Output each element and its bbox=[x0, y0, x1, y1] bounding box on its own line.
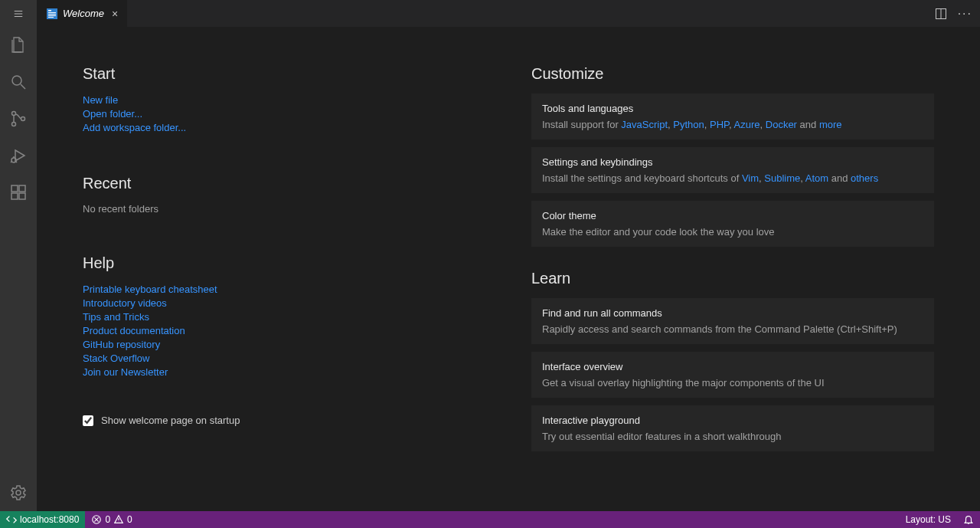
remote-icon bbox=[6, 514, 17, 525]
menu-button[interactable] bbox=[0, 0, 37, 27]
help-cheatsheet[interactable]: Printable keyboard cheatsheet bbox=[83, 283, 485, 297]
card-desc: Get a visual overlay highlighting the ma… bbox=[542, 377, 923, 389]
card-playground[interactable]: Interactive playground Try out essential… bbox=[531, 405, 934, 451]
card-settings[interactable]: Settings and keybindings Install the set… bbox=[531, 147, 934, 193]
tab-label: Welcome bbox=[63, 8, 104, 19]
card-desc: Install support for JavaScript, Python, … bbox=[542, 119, 923, 130]
titlebar: Welcome × ··· bbox=[0, 0, 980, 27]
card-theme[interactable]: Color theme Make the editor and your cod… bbox=[531, 201, 934, 247]
status-problems[interactable]: 0 0 bbox=[85, 514, 138, 525]
link-others[interactable]: others bbox=[851, 172, 878, 184]
help-stackoverflow[interactable]: Stack Overflow bbox=[83, 352, 485, 366]
warning-icon bbox=[113, 514, 124, 525]
svg-rect-20 bbox=[19, 193, 25, 199]
help-heading: Help bbox=[83, 254, 485, 272]
explorer-button[interactable] bbox=[0, 27, 37, 64]
svg-rect-21 bbox=[19, 185, 25, 192]
svg-rect-7 bbox=[48, 15, 56, 16]
welcome-tab-icon bbox=[46, 8, 58, 20]
start-links: New file Open folder... Add workspace fo… bbox=[83, 93, 485, 135]
more-actions-button[interactable]: ··· bbox=[958, 12, 972, 15]
customize-heading: Customize bbox=[531, 65, 934, 83]
link-docker[interactable]: Docker bbox=[766, 119, 797, 130]
svg-point-22 bbox=[16, 490, 21, 495]
link-sublime[interactable]: Sublime bbox=[764, 172, 800, 184]
svg-rect-5 bbox=[48, 12, 56, 13]
link-vim[interactable]: Vim bbox=[742, 172, 759, 184]
welcome-page: Start New file Open folder... Add worksp… bbox=[37, 27, 980, 511]
error-count: 0 bbox=[105, 514, 110, 525]
svg-point-11 bbox=[12, 76, 21, 85]
files-icon bbox=[9, 36, 28, 54]
svg-rect-4 bbox=[48, 10, 51, 11]
gear-icon bbox=[9, 484, 28, 502]
help-videos[interactable]: Introductory videos bbox=[83, 297, 485, 310]
help-tips[interactable]: Tips and Tricks bbox=[83, 310, 485, 324]
link-php[interactable]: PHP bbox=[710, 119, 729, 130]
status-notifications[interactable] bbox=[957, 514, 980, 525]
svg-marker-16 bbox=[15, 150, 24, 161]
source-control-icon bbox=[9, 110, 28, 128]
tab-filler bbox=[127, 0, 927, 27]
warning-count: 0 bbox=[127, 514, 132, 525]
svg-point-15 bbox=[21, 117, 25, 121]
svg-line-12 bbox=[21, 84, 25, 89]
help-docs[interactable]: Product documentation bbox=[83, 324, 485, 338]
link-python[interactable]: Python bbox=[673, 119, 704, 130]
tab-welcome[interactable]: Welcome × bbox=[37, 0, 127, 27]
start-open-folder[interactable]: Open folder... bbox=[83, 107, 485, 121]
start-add-workspace[interactable]: Add workspace folder... bbox=[83, 121, 485, 135]
welcome-checkbox[interactable] bbox=[83, 415, 93, 426]
card-desc: Install the settings and keyboard shortc… bbox=[542, 172, 923, 184]
recent-empty: No recent folders bbox=[83, 203, 485, 215]
svg-rect-18 bbox=[11, 185, 18, 192]
svg-rect-19 bbox=[11, 193, 18, 199]
extensions-icon bbox=[9, 183, 28, 202]
card-title: Interactive playground bbox=[542, 415, 923, 426]
bell-icon bbox=[963, 514, 974, 525]
help-links: Printable keyboard cheatsheet Introducto… bbox=[83, 283, 485, 379]
card-desc: Rapidly access and search commands from … bbox=[542, 323, 923, 335]
svg-point-14 bbox=[12, 123, 16, 126]
status-layout[interactable]: Layout: US bbox=[900, 514, 957, 525]
link-atom[interactable]: Atom bbox=[805, 172, 828, 184]
status-remote[interactable]: localhost:8080 bbox=[0, 511, 85, 528]
link-azure[interactable]: Azure bbox=[734, 119, 760, 130]
tabs: Welcome × bbox=[37, 0, 127, 27]
help-newsletter[interactable]: Join our Newsletter bbox=[83, 366, 485, 379]
welcome-checkbox-row[interactable]: Show welcome page on startup bbox=[83, 415, 485, 426]
card-tools[interactable]: Tools and languages Install support for … bbox=[531, 93, 934, 139]
help-github[interactable]: GitHub repository bbox=[83, 338, 485, 352]
activity-bar bbox=[0, 27, 37, 511]
card-title: Find and run all commands bbox=[542, 307, 923, 319]
card-title: Tools and languages bbox=[542, 103, 923, 114]
debug-icon bbox=[9, 146, 28, 165]
settings-button[interactable] bbox=[0, 474, 37, 511]
card-overview[interactable]: Interface overview Get a visual overlay … bbox=[531, 352, 934, 398]
status-remote-label: localhost:8080 bbox=[20, 514, 79, 525]
search-button[interactable] bbox=[0, 64, 37, 100]
start-new-file[interactable]: New file bbox=[83, 93, 485, 107]
error-icon bbox=[91, 514, 102, 525]
card-title: Color theme bbox=[542, 210, 923, 221]
card-desc: Make the editor and your code look the w… bbox=[542, 226, 923, 238]
card-commands[interactable]: Find and run all commands Rapidly access… bbox=[531, 298, 934, 344]
main: Start New file Open folder... Add worksp… bbox=[0, 27, 980, 511]
card-title: Settings and keybindings bbox=[542, 156, 923, 168]
link-javascript[interactable]: JavaScript bbox=[621, 119, 668, 130]
start-heading: Start bbox=[83, 65, 485, 83]
split-editor-icon[interactable] bbox=[935, 8, 947, 20]
card-desc: Try out essential editor features in a s… bbox=[542, 431, 923, 442]
link-more[interactable]: more bbox=[819, 119, 842, 130]
status-layout-label: Layout: US bbox=[906, 514, 951, 525]
card-title: Interface overview bbox=[542, 361, 923, 372]
recent-heading: Recent bbox=[83, 175, 485, 192]
svg-rect-8 bbox=[48, 17, 54, 18]
svg-point-13 bbox=[12, 112, 16, 116]
debug-button[interactable] bbox=[0, 137, 37, 174]
tab-close-button[interactable]: × bbox=[112, 8, 118, 20]
scm-button[interactable] bbox=[0, 100, 37, 137]
learn-heading: Learn bbox=[531, 270, 934, 287]
hamburger-icon bbox=[13, 8, 24, 19]
extensions-button[interactable] bbox=[0, 174, 37, 211]
